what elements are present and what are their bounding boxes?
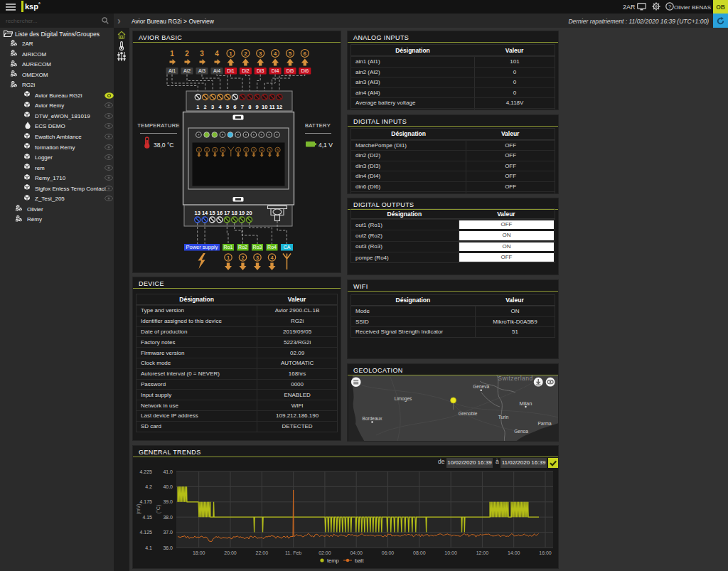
svg-text:06:00: 06:00 (382, 550, 395, 555)
svg-text:1: 1 (198, 148, 200, 152)
svg-text:temp: temp (327, 557, 339, 564)
svg-text:(°C): (°C) (156, 505, 161, 514)
svg-text:14:00: 14:00 (508, 550, 520, 555)
svg-text:39.0: 39.0 (163, 499, 173, 504)
svg-text:16:00: 16:00 (539, 550, 552, 555)
svg-text:2: 2 (244, 50, 247, 57)
svg-text:41.0: 41.0 (163, 469, 173, 474)
svg-text:Genoa: Genoa (514, 429, 528, 434)
svg-text:12: 12 (277, 104, 282, 110)
svg-text:Ai4: Ai4 (213, 68, 220, 73)
svg-text:20:00: 20:00 (224, 550, 237, 555)
svg-text:10:00: 10:00 (444, 550, 457, 555)
svg-text:4.125: 4.125 (139, 530, 152, 535)
svg-text:16: 16 (217, 210, 223, 216)
svg-text:2: 2 (204, 104, 207, 110)
svg-text:Di4: Di4 (272, 68, 279, 73)
svg-text:4: 4 (222, 148, 224, 152)
svg-text:Ro2: Ro2 (238, 245, 247, 250)
svg-text:40.0: 40.0 (163, 484, 173, 489)
svg-text:36.0: 36.0 (163, 545, 173, 550)
svg-text:38,0 °C: 38,0 °C (154, 142, 173, 149)
svg-text:4.1: 4.1 (145, 545, 152, 550)
svg-text:Ai2: Ai2 (183, 68, 191, 73)
svg-text:02:00: 02:00 (318, 550, 331, 555)
svg-text:1: 1 (196, 104, 199, 110)
svg-text:3: 3 (200, 50, 204, 58)
svg-text:3: 3 (211, 104, 214, 110)
svg-text:TEMPERATURE: TEMPERATURE (137, 122, 179, 129)
svg-text:4.225: 4.225 (139, 469, 152, 474)
svg-text:37.0: 37.0 (163, 530, 173, 535)
svg-text:5: 5 (226, 104, 229, 110)
svg-text:4: 4 (261, 148, 263, 152)
svg-text:6: 6 (277, 148, 279, 152)
svg-text:Di5: Di5 (287, 68, 294, 73)
svg-text:CA: CA (284, 245, 291, 250)
svg-text:4.2: 4.2 (145, 484, 152, 489)
svg-text:5: 5 (269, 148, 271, 152)
svg-text:4: 4 (270, 255, 274, 261)
svg-text:Turin: Turin (498, 414, 509, 419)
svg-text:6: 6 (233, 104, 236, 110)
svg-text:3: 3 (252, 148, 255, 152)
svg-text:2: 2 (241, 255, 244, 261)
svg-text:Di3: Di3 (257, 68, 264, 73)
svg-text:14: 14 (202, 210, 208, 216)
svg-text:17: 17 (224, 210, 230, 216)
svg-text:Di1: Di1 (227, 68, 235, 73)
svg-text:10: 10 (262, 104, 267, 110)
svg-text:7: 7 (241, 104, 244, 110)
svg-text:08:00: 08:00 (413, 550, 426, 555)
svg-text:1: 1 (227, 255, 230, 261)
svg-text:Ro1: Ro1 (224, 245, 233, 250)
svg-text:Bordeaux: Bordeaux (363, 416, 383, 421)
svg-text:04:00: 04:00 (350, 550, 363, 555)
svg-text:4: 4 (274, 50, 277, 57)
svg-text:22:00: 22:00 (256, 550, 269, 555)
svg-text:Switzerland: Switzerland (498, 375, 532, 382)
svg-text:3: 3 (259, 50, 262, 57)
svg-text:1: 1 (170, 50, 174, 58)
svg-text:Geneva: Geneva (473, 384, 489, 389)
svg-text:4.175: 4.175 (139, 499, 152, 504)
svg-text:19: 19 (239, 210, 245, 216)
svg-text:3: 3 (256, 255, 259, 261)
svg-text:Ai3: Ai3 (198, 68, 205, 73)
svg-text:BATTERY: BATTERY (305, 122, 331, 129)
svg-text:Limoges: Limoges (395, 396, 412, 402)
svg-text:(mV): (mV) (136, 503, 141, 514)
svg-text:2: 2 (185, 50, 189, 58)
svg-text:?: ? (668, 4, 671, 10)
svg-text:8: 8 (248, 104, 251, 110)
svg-text:4: 4 (215, 50, 219, 58)
svg-text:Grenoble: Grenoble (459, 411, 478, 416)
svg-text:6: 6 (304, 50, 307, 57)
svg-text:Power supply: Power supply (186, 244, 218, 250)
svg-text:11. Feb: 11. Feb (285, 550, 301, 555)
svg-text:4,1 V: 4,1 V (318, 142, 333, 149)
svg-text:12:00: 12:00 (476, 550, 489, 555)
svg-text:1: 1 (229, 50, 232, 57)
svg-text:Ai1: Ai1 (168, 68, 176, 73)
svg-text:5: 5 (289, 50, 292, 57)
svg-text:Parma: Parma (537, 420, 552, 425)
svg-text:2: 2 (245, 148, 247, 152)
svg-text:4.15: 4.15 (142, 515, 152, 520)
svg-text:Di2: Di2 (242, 68, 250, 73)
svg-text:3: 3 (214, 148, 216, 152)
svg-text:18: 18 (232, 210, 237, 216)
svg-text:Ro3: Ro3 (253, 245, 262, 250)
svg-text:15: 15 (209, 210, 215, 216)
svg-text:Ro4: Ro4 (267, 245, 277, 250)
svg-text:20: 20 (246, 210, 252, 216)
svg-text:2: 2 (206, 148, 208, 152)
svg-text:batt: batt (355, 557, 364, 564)
svg-text:9: 9 (256, 104, 259, 110)
svg-text:18:00: 18:00 (193, 550, 205, 555)
svg-text:13: 13 (195, 210, 200, 216)
svg-text:11: 11 (269, 104, 275, 110)
svg-text:1: 1 (237, 148, 240, 152)
svg-text:Di6: Di6 (301, 68, 309, 73)
svg-text:38.0: 38.0 (163, 515, 173, 520)
